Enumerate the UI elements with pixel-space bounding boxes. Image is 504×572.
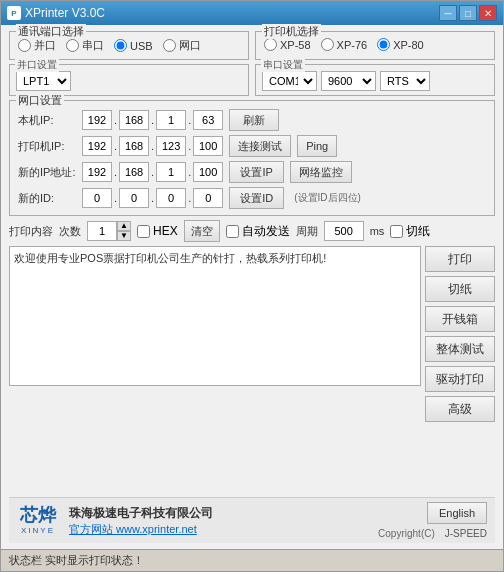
baud-select[interactable]: 9600: [321, 71, 376, 91]
logo-en: XINYE: [21, 526, 55, 535]
period-input[interactable]: [324, 221, 364, 241]
print-button[interactable]: 打印: [425, 246, 495, 272]
usb-option[interactable]: USB: [114, 39, 153, 52]
set-ip-button[interactable]: 设置IP: [229, 161, 284, 183]
lpt-select[interactable]: LPT1: [16, 71, 71, 91]
printer-ip-1[interactable]: [82, 136, 112, 156]
new-id-1[interactable]: [82, 188, 112, 208]
logo-area: 芯烨 XINYE: [17, 506, 59, 535]
close-button[interactable]: ✕: [479, 5, 497, 21]
english-button[interactable]: English: [427, 502, 487, 524]
xp80-option[interactable]: XP-80: [377, 38, 424, 51]
ms-label: ms: [370, 225, 385, 237]
refresh-button[interactable]: 刷新: [229, 109, 279, 131]
rts-select[interactable]: RTS: [380, 71, 430, 91]
comm-port-label: 通讯端口选择: [16, 24, 86, 39]
count-up-button[interactable]: ▲: [117, 221, 131, 231]
xp76-option[interactable]: XP-76: [321, 38, 368, 51]
company-info: 珠海极速电子科技有限公司 官方网站 www.xprinter.net: [69, 505, 368, 537]
footer-copyright-row: Copyright(C) J-SPEED: [378, 528, 487, 539]
connect-test-button[interactable]: 连接测试: [229, 135, 291, 157]
copyright-text: Copyright(C): [378, 528, 435, 539]
xp76-radio[interactable]: [321, 38, 334, 51]
xp58-radio[interactable]: [264, 38, 277, 51]
hex-label: HEX: [153, 224, 178, 238]
net-monitor-button[interactable]: 网络监控: [290, 161, 352, 183]
printer-ip-field: . . .: [82, 136, 223, 156]
com-select[interactable]: COM1: [262, 71, 317, 91]
local-ip-4[interactable]: [193, 110, 223, 130]
parallel-settings-label: 并口设置: [15, 58, 59, 72]
usb-radio[interactable]: [114, 39, 127, 52]
company-website[interactable]: 官方网站 www.xprinter.net: [69, 523, 197, 535]
local-ip-3[interactable]: [156, 110, 186, 130]
cut-paper-button[interactable]: 切纸: [425, 276, 495, 302]
new-id-4[interactable]: [193, 188, 223, 208]
auto-send-checkbox[interactable]: [226, 225, 239, 238]
network-option[interactable]: 网口: [163, 38, 201, 53]
title-bar-left: P XPrinter V3.0C: [7, 6, 105, 20]
local-ip-label: 本机IP:: [18, 113, 76, 128]
new-ip-field: . . .: [82, 162, 223, 182]
cut-checkbox-label[interactable]: 切纸: [390, 223, 430, 240]
new-ip-2[interactable]: [119, 162, 149, 182]
count-down-button[interactable]: ▼: [117, 231, 131, 241]
parallel-settings: 并口设置 LPT1: [9, 64, 249, 96]
usb-label: USB: [130, 40, 153, 52]
network-radio[interactable]: [163, 39, 176, 52]
new-ip-3[interactable]: [156, 162, 186, 182]
set-id-button[interactable]: 设置ID: [229, 187, 284, 209]
print-textarea[interactable]: 欢迎使用专业POS票据打印机公司生产的针打，热载系列打印机!: [9, 246, 421, 386]
serial-settings-label: 串口设置: [261, 58, 305, 72]
count-spin-buttons: ▲ ▼: [117, 221, 131, 241]
count-input[interactable]: [87, 221, 117, 241]
ping-button[interactable]: Ping: [297, 135, 337, 157]
clear-button[interactable]: 清空: [184, 220, 220, 242]
auto-send-label: 自动发送: [242, 223, 290, 240]
new-ip-1[interactable]: [82, 162, 112, 182]
cut-checkbox[interactable]: [390, 225, 403, 238]
title-bar: P XPrinter V3.0C ─ □ ✕: [1, 1, 503, 25]
parallel-option[interactable]: 并口: [18, 38, 56, 53]
advanced-button[interactable]: 高级: [425, 396, 495, 422]
serial-settings: 串口设置 COM1 9600 RTS: [255, 64, 495, 96]
printer-ip-4[interactable]: [193, 136, 223, 156]
jspeed-text: J-SPEED: [445, 528, 487, 539]
status-text: 状态栏 实时显示打印状态！: [9, 553, 144, 568]
hex-checkbox[interactable]: [137, 225, 150, 238]
printer-ip-3[interactable]: [156, 136, 186, 156]
xp80-radio[interactable]: [377, 38, 390, 51]
network-settings-group: 网口设置 本机IP: . . . 刷新 打印机IP:: [9, 100, 495, 216]
footer-area: 芯烨 XINYE 珠海极速电子科技有限公司 官方网站 www.xprinter.…: [9, 497, 495, 543]
main-content: 通讯端口选择 并口 串口 USB: [1, 25, 503, 549]
printer-ip-2[interactable]: [119, 136, 149, 156]
serial-label: 串口: [82, 38, 104, 53]
port-settings-row: 并口设置 LPT1 串口设置 COM1 9600 R: [9, 64, 495, 96]
window-title: XPrinter V3.0C: [25, 6, 105, 20]
maximize-button[interactable]: □: [459, 5, 477, 21]
new-id-2[interactable]: [119, 188, 149, 208]
printer-select-group: 打印机选择 XP-58 XP-76 XP-80: [255, 31, 495, 60]
local-ip-field: . . .: [82, 110, 223, 130]
auto-send-checkbox-label[interactable]: 自动发送: [226, 223, 290, 240]
serial-option[interactable]: 串口: [66, 38, 104, 53]
driver-print-button[interactable]: 驱动打印: [425, 366, 495, 392]
hex-checkbox-label[interactable]: HEX: [137, 224, 178, 238]
top-sections: 通讯端口选择 并口 串口 USB: [9, 31, 495, 60]
serial-radio[interactable]: [66, 39, 79, 52]
new-id-3[interactable]: [156, 188, 186, 208]
company-name: 珠海极速电子科技有限公司: [69, 505, 368, 522]
new-ip-4[interactable]: [193, 162, 223, 182]
network-settings-label: 网口设置: [16, 93, 64, 108]
local-ip-1[interactable]: [82, 110, 112, 130]
open-drawer-button[interactable]: 开钱箱: [425, 306, 495, 332]
parallel-radio[interactable]: [18, 39, 31, 52]
textarea-container: 欢迎使用专业POS票据打印机公司生产的针打，热载系列打印机!: [9, 246, 421, 493]
local-ip-2[interactable]: [119, 110, 149, 130]
full-test-button[interactable]: 整体测试: [425, 336, 495, 362]
minimize-button[interactable]: ─: [439, 5, 457, 21]
xp58-option[interactable]: XP-58: [264, 38, 311, 51]
print-controls-row: 打印内容 次数 ▲ ▼ HEX 清空 自动发送 周期 ms: [9, 220, 495, 242]
count-label: 次数: [59, 224, 81, 239]
id-hint: (设置ID后四位): [294, 191, 361, 205]
